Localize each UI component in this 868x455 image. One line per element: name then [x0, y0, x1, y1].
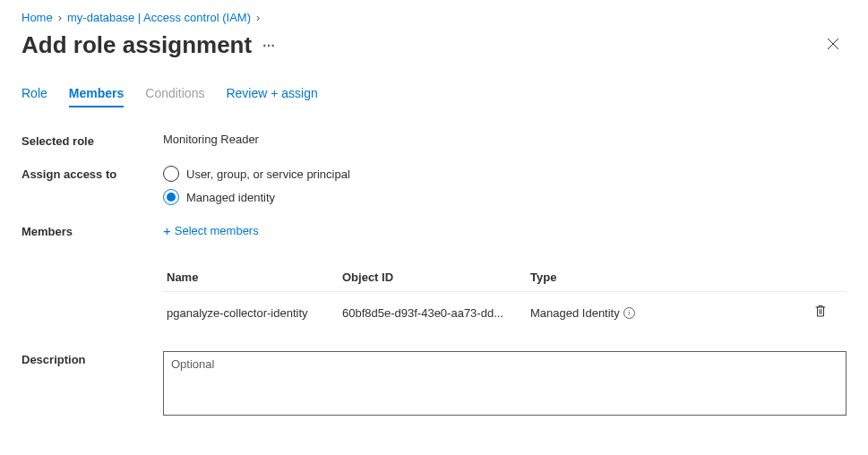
tabs: Role Members Conditions Review + assign [21, 86, 847, 107]
radio-icon [163, 189, 179, 205]
member-name: pganalyze-collector-identity [163, 306, 342, 320]
col-header-type: Type [530, 270, 683, 284]
radio-user-group[interactable]: User, group, or service principal [163, 166, 847, 182]
breadcrumb: Home › my-database | Access control (IAM… [21, 11, 847, 24]
tab-review-assign[interactable]: Review + assign [226, 86, 317, 107]
selected-role-label: Selected role [21, 133, 163, 148]
chevron-right-icon: › [256, 11, 260, 24]
selected-role-value: Monitoring Reader [163, 133, 847, 146]
tab-conditions: Conditions [145, 86, 204, 107]
radio-icon [163, 166, 179, 182]
col-header-object-id: Object ID [342, 270, 530, 284]
radio-managed-identity[interactable]: Managed identity [163, 189, 847, 205]
page-title: Add role assignment [21, 31, 252, 59]
assign-access-radio-group: User, group, or service principal Manage… [163, 166, 847, 205]
more-actions-icon[interactable]: ⋯ [262, 39, 276, 53]
members-table: Name Object ID Type pganalyze-collector-… [163, 270, 847, 333]
select-members-button[interactable]: + Select members [163, 223, 259, 238]
tab-members[interactable]: Members [69, 86, 124, 107]
col-header-name: Name [163, 270, 342, 284]
tab-role[interactable]: Role [21, 86, 47, 107]
close-button[interactable] [820, 34, 847, 57]
member-type: Managed Identity [530, 306, 620, 320]
radio-label: Managed identity [186, 191, 275, 204]
table-row: pganalyze-collector-identity 60bf8d5e-d9… [163, 292, 847, 333]
member-object-id: 60bf8d5e-d93f-43e0-aa73-dd... [342, 306, 530, 320]
info-icon[interactable]: i [623, 307, 635, 319]
select-members-label: Select members [175, 224, 259, 237]
chevron-right-icon: › [58, 11, 62, 24]
radio-label: User, group, or service principal [186, 167, 350, 181]
description-input[interactable] [163, 351, 847, 416]
description-label: Description [21, 351, 163, 366]
breadcrumb-resource[interactable]: my-database | Access control (IAM) [67, 11, 251, 24]
members-label: Members [21, 223, 163, 238]
close-icon [827, 38, 839, 50]
delete-member-button[interactable] [812, 303, 829, 322]
assign-access-label: Assign access to [21, 166, 163, 181]
plus-icon: + [163, 223, 171, 238]
breadcrumb-home[interactable]: Home [21, 11, 53, 24]
trash-icon [814, 305, 827, 318]
title-row: Add role assignment ⋯ [21, 31, 847, 59]
